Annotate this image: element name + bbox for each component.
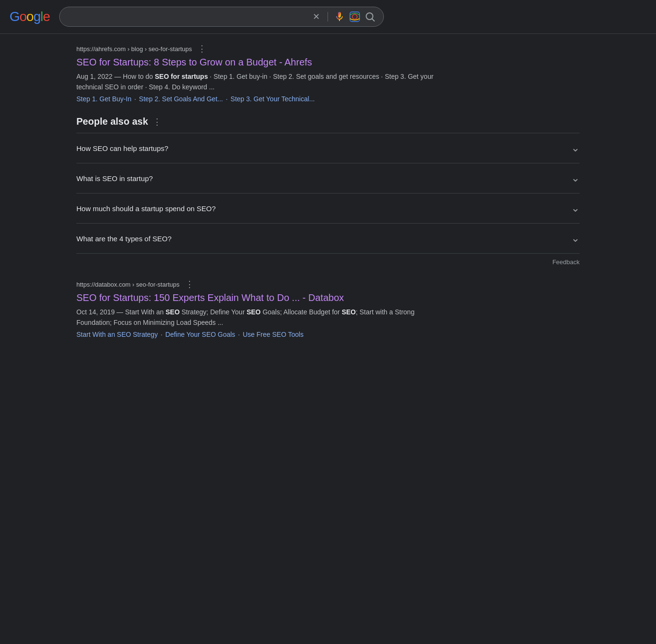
paa-question-2: What is SEO in startup? xyxy=(76,174,153,182)
result2-url-row: https://databox.com › seo-for-startups ⋮ xyxy=(76,279,580,290)
mic-icon[interactable] xyxy=(334,11,345,22)
result2-sitelinks: Start With an SEO Strategy · Define Your… xyxy=(76,331,580,338)
search-bar[interactable]: seo for startups ✕ xyxy=(59,7,384,27)
paa-chevron-2: ⌄ xyxy=(571,172,580,184)
google-logo: Google xyxy=(10,9,50,24)
svg-point-1 xyxy=(352,14,357,19)
result-sitelink-1[interactable]: Step 1. Get Buy-In xyxy=(76,95,131,103)
link-separator: · xyxy=(226,95,228,103)
paa-chevron-3: ⌄ xyxy=(571,202,580,215)
svg-line-3 xyxy=(372,19,375,21)
result-options-icon[interactable]: ⋮ xyxy=(198,43,206,54)
paa-item-2[interactable]: What is SEO in startup? ⌄ xyxy=(76,163,580,193)
result-url: https://ahrefs.com › blog › seo-for-star… xyxy=(76,45,192,53)
link-separator-3: · xyxy=(238,331,240,338)
result-ahrefs: https://ahrefs.com › blog › seo-for-star… xyxy=(76,43,580,103)
header: Google seo for startups ✕ xyxy=(0,0,656,34)
paa-chevron-4: ⌄ xyxy=(571,232,580,245)
paa-options-icon[interactable]: ⋮ xyxy=(153,117,161,127)
paa-question-1: How SEO can help startups? xyxy=(76,144,169,152)
link-separator-2: · xyxy=(160,331,162,338)
search-input[interactable]: seo for startups xyxy=(67,12,307,21)
paa-item-1[interactable]: How SEO can help startups? ⌄ xyxy=(76,133,580,163)
result2-sitelink-2[interactable]: Define Your SEO Goals xyxy=(165,331,235,338)
search-results: https://ahrefs.com › blog › seo-for-star… xyxy=(0,34,656,371)
result2-url: https://databox.com › seo-for-startups xyxy=(76,281,180,288)
clear-icon[interactable]: ✕ xyxy=(311,11,322,22)
search-divider xyxy=(328,12,328,21)
paa-chevron-1: ⌄ xyxy=(571,142,580,154)
result-databox: https://databox.com › seo-for-startups ⋮… xyxy=(76,279,580,338)
paa-item-4[interactable]: What are the 4 types of SEO? ⌄ xyxy=(76,224,580,254)
people-also-ask-section: People also ask ⋮ How SEO can help start… xyxy=(76,116,580,266)
feedback-button[interactable]: Feedback xyxy=(76,254,580,266)
result-url-row: https://ahrefs.com › blog › seo-for-star… xyxy=(76,43,580,54)
paa-header: People also ask ⋮ xyxy=(76,116,580,127)
paa-item-3[interactable]: How much should a startup spend on SEO? … xyxy=(76,193,580,224)
result-sitelink-2[interactable]: Step 2. Set Goals And Get... xyxy=(139,95,223,103)
link-separator: · xyxy=(134,95,136,103)
result2-sitelink-3[interactable]: Use Free SEO Tools xyxy=(243,331,304,338)
result2-title[interactable]: SEO for Startups: 150 Experts Explain Wh… xyxy=(76,291,580,304)
paa-question-4: What are the 4 types of SEO? xyxy=(76,235,171,243)
result-sitelink-3[interactable]: Step 3. Get Your Technical... xyxy=(231,95,315,103)
result2-options-icon[interactable]: ⋮ xyxy=(185,279,194,290)
lens-icon[interactable] xyxy=(349,11,360,22)
paa-title: People also ask xyxy=(76,116,148,127)
result2-snippet: Oct 14, 2019 — Start With an SEO Strateg… xyxy=(76,307,439,328)
result-sitelinks: Step 1. Get Buy-In · Step 2. Set Goals A… xyxy=(76,95,580,103)
result2-sitelink-1[interactable]: Start With an SEO Strategy xyxy=(76,331,158,338)
result-title[interactable]: SEO for Startups: 8 Steps to Grow on a B… xyxy=(76,56,580,68)
search-submit-icon[interactable] xyxy=(364,11,376,22)
paa-question-3: How much should a startup spend on SEO? xyxy=(76,204,216,213)
result-snippet: Aug 1, 2022 — How to do SEO for startups… xyxy=(76,71,439,92)
